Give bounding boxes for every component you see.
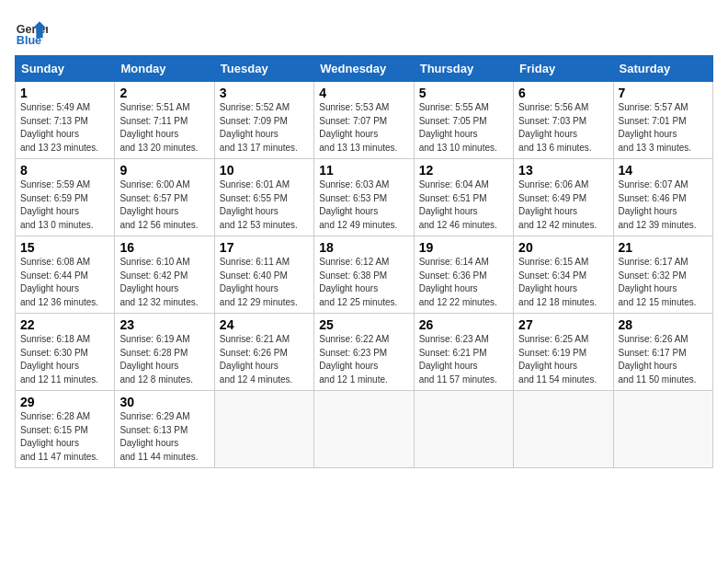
day-number: 9 [119, 163, 209, 178]
cell-info: Sunrise: 6:15 AM Sunset: 6:34 PM Dayligh… [518, 256, 608, 309]
day-cell-23: 23 Sunrise: 6:19 AM Sunset: 6:28 PM Dayl… [115, 314, 214, 391]
day-cell-19: 19 Sunrise: 6:14 AM Sunset: 6:36 PM Dayl… [414, 236, 513, 314]
day-cell-12: 12 Sunrise: 6:04 AM Sunset: 6:51 PM Dayl… [414, 159, 513, 236]
cell-info: Sunrise: 6:08 AM Sunset: 6:44 PM Dayligh… [20, 256, 109, 309]
header-cell-sunday: Sunday [16, 56, 115, 82]
day-number: 3 [220, 86, 309, 100]
day-cell-14: 14 Sunrise: 6:07 AM Sunset: 6:46 PM Dayl… [613, 159, 712, 236]
cell-info: Sunrise: 6:23 AM Sunset: 6:21 PM Dayligh… [419, 333, 508, 386]
week-row-4: 22 Sunrise: 6:18 AM Sunset: 6:30 PM Dayl… [16, 314, 713, 391]
day-number: 11 [319, 163, 408, 178]
cell-info: Sunrise: 5:52 AM Sunset: 7:09 PM Dayligh… [220, 101, 309, 155]
day-number: 20 [518, 240, 608, 255]
week-row-1: 1 Sunrise: 5:49 AM Sunset: 7:13 PM Dayli… [16, 82, 713, 159]
header-row: SundayMondayTuesdayWednesdayThursdayFrid… [16, 56, 713, 82]
day-cell-empty-4-2 [214, 391, 313, 468]
day-cell-10: 10 Sunrise: 6:01 AM Sunset: 6:55 PM Dayl… [214, 159, 313, 236]
day-cell-27: 27 Sunrise: 6:25 AM Sunset: 6:19 PM Dayl… [514, 314, 613, 391]
day-cell-6: 6 Sunrise: 5:56 AM Sunset: 7:03 PM Dayli… [514, 82, 613, 159]
day-cell-8: 8 Sunrise: 5:59 AM Sunset: 6:59 PM Dayli… [16, 159, 115, 236]
cell-info: Sunrise: 6:11 AM Sunset: 6:40 PM Dayligh… [220, 256, 309, 309]
day-cell-empty-4-6 [613, 391, 712, 468]
day-number: 6 [518, 86, 608, 100]
cell-info: Sunrise: 6:00 AM Sunset: 6:57 PM Dayligh… [119, 178, 209, 232]
day-cell-25: 25 Sunrise: 6:22 AM Sunset: 6:23 PM Dayl… [314, 314, 414, 391]
day-cell-18: 18 Sunrise: 6:12 AM Sunset: 6:38 PM Dayl… [314, 236, 414, 314]
week-row-3: 15 Sunrise: 6:08 AM Sunset: 6:44 PM Dayl… [16, 236, 713, 314]
cell-info: Sunrise: 5:55 AM Sunset: 7:05 PM Dayligh… [419, 101, 508, 155]
day-number: 25 [319, 317, 408, 332]
cell-info: Sunrise: 6:03 AM Sunset: 6:53 PM Dayligh… [319, 178, 408, 232]
day-number: 19 [419, 240, 508, 255]
day-number: 10 [220, 163, 309, 178]
cell-info: Sunrise: 6:10 AM Sunset: 6:42 PM Dayligh… [119, 256, 209, 309]
cell-info: Sunrise: 6:12 AM Sunset: 6:38 PM Dayligh… [319, 256, 408, 309]
day-number: 27 [518, 317, 608, 332]
day-cell-3: 3 Sunrise: 5:52 AM Sunset: 7:09 PM Dayli… [214, 82, 313, 159]
header-cell-friday: Friday [514, 56, 613, 82]
cell-info: Sunrise: 6:26 AM Sunset: 6:17 PM Dayligh… [619, 333, 708, 386]
cell-info: Sunrise: 6:28 AM Sunset: 6:15 PM Dayligh… [20, 410, 109, 464]
day-number: 24 [220, 317, 309, 332]
calendar-body: 1 Sunrise: 5:49 AM Sunset: 7:13 PM Dayli… [16, 82, 713, 468]
logo-icon: General Blue [15, 15, 48, 48]
day-cell-empty-4-5 [514, 391, 613, 468]
day-number: 23 [119, 317, 209, 332]
day-number: 13 [518, 163, 608, 178]
day-cell-4: 4 Sunrise: 5:53 AM Sunset: 7:07 PM Dayli… [314, 82, 414, 159]
cell-info: Sunrise: 6:21 AM Sunset: 6:26 PM Dayligh… [220, 333, 309, 386]
header-cell-tuesday: Tuesday [214, 56, 313, 82]
day-number: 17 [220, 240, 309, 255]
cell-info: Sunrise: 6:14 AM Sunset: 6:36 PM Dayligh… [419, 256, 508, 309]
day-number: 21 [619, 240, 708, 255]
cell-info: Sunrise: 6:19 AM Sunset: 6:28 PM Dayligh… [119, 333, 209, 386]
day-number: 8 [20, 163, 109, 178]
day-cell-1: 1 Sunrise: 5:49 AM Sunset: 7:13 PM Dayli… [16, 82, 115, 159]
cell-info: Sunrise: 5:51 AM Sunset: 7:11 PM Dayligh… [119, 101, 209, 155]
cell-info: Sunrise: 5:53 AM Sunset: 7:07 PM Dayligh… [319, 101, 408, 155]
day-cell-22: 22 Sunrise: 6:18 AM Sunset: 6:30 PM Dayl… [16, 314, 115, 391]
header-cell-thursday: Thursday [414, 56, 513, 82]
week-row-2: 8 Sunrise: 5:59 AM Sunset: 6:59 PM Dayli… [16, 159, 713, 236]
header-cell-wednesday: Wednesday [314, 56, 414, 82]
cell-info: Sunrise: 6:29 AM Sunset: 6:13 PM Dayligh… [119, 410, 209, 464]
cell-info: Sunrise: 5:59 AM Sunset: 6:59 PM Dayligh… [20, 178, 109, 232]
day-number: 15 [20, 240, 109, 255]
day-cell-30: 30 Sunrise: 6:29 AM Sunset: 6:13 PM Dayl… [115, 391, 214, 468]
day-number: 12 [419, 163, 508, 178]
cell-info: Sunrise: 5:56 AM Sunset: 7:03 PM Dayligh… [518, 101, 608, 155]
day-cell-26: 26 Sunrise: 6:23 AM Sunset: 6:21 PM Dayl… [414, 314, 513, 391]
day-number: 29 [20, 395, 109, 409]
day-number: 22 [20, 317, 109, 332]
logo: General Blue [15, 15, 48, 48]
calendar-table: SundayMondayTuesdayWednesdayThursdayFrid… [15, 55, 713, 468]
cell-info: Sunrise: 6:25 AM Sunset: 6:19 PM Dayligh… [518, 333, 608, 386]
day-cell-15: 15 Sunrise: 6:08 AM Sunset: 6:44 PM Dayl… [16, 236, 115, 314]
day-number: 18 [319, 240, 408, 255]
day-number: 2 [119, 86, 209, 100]
day-cell-5: 5 Sunrise: 5:55 AM Sunset: 7:05 PM Dayli… [414, 82, 513, 159]
cell-info: Sunrise: 6:17 AM Sunset: 6:32 PM Dayligh… [619, 256, 708, 309]
day-cell-empty-4-4 [414, 391, 513, 468]
day-number: 5 [419, 86, 508, 100]
cell-info: Sunrise: 6:22 AM Sunset: 6:23 PM Dayligh… [319, 333, 408, 386]
day-number: 26 [419, 317, 508, 332]
day-cell-24: 24 Sunrise: 6:21 AM Sunset: 6:26 PM Dayl… [214, 314, 313, 391]
day-number: 7 [619, 86, 708, 100]
day-cell-17: 17 Sunrise: 6:11 AM Sunset: 6:40 PM Dayl… [214, 236, 313, 314]
header-cell-saturday: Saturday [613, 56, 712, 82]
day-number: 14 [619, 163, 708, 178]
cell-info: Sunrise: 6:01 AM Sunset: 6:55 PM Dayligh… [220, 178, 309, 232]
cell-info: Sunrise: 5:49 AM Sunset: 7:13 PM Dayligh… [20, 101, 109, 155]
day-cell-2: 2 Sunrise: 5:51 AM Sunset: 7:11 PM Dayli… [115, 82, 214, 159]
day-cell-16: 16 Sunrise: 6:10 AM Sunset: 6:42 PM Dayl… [115, 236, 214, 314]
day-cell-empty-4-3 [314, 391, 414, 468]
day-cell-21: 21 Sunrise: 6:17 AM Sunset: 6:32 PM Dayl… [613, 236, 712, 314]
day-number: 4 [319, 86, 408, 100]
day-cell-7: 7 Sunrise: 5:57 AM Sunset: 7:01 PM Dayli… [613, 82, 712, 159]
day-cell-11: 11 Sunrise: 6:03 AM Sunset: 6:53 PM Dayl… [314, 159, 414, 236]
day-cell-28: 28 Sunrise: 6:26 AM Sunset: 6:17 PM Dayl… [613, 314, 712, 391]
day-cell-29: 29 Sunrise: 6:28 AM Sunset: 6:15 PM Dayl… [16, 391, 115, 468]
day-number: 1 [20, 86, 109, 100]
cell-info: Sunrise: 6:06 AM Sunset: 6:49 PM Dayligh… [518, 178, 608, 232]
